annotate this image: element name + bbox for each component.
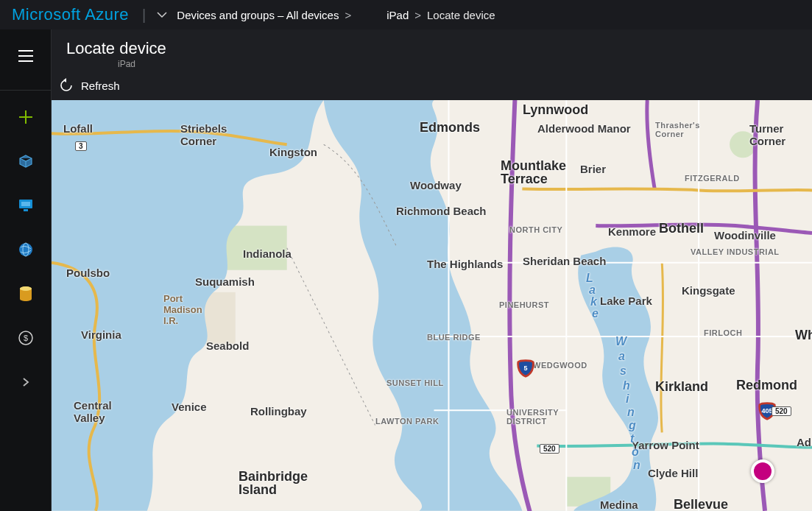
sidebar-separator [0,90,51,91]
map-city-label: Wh [795,328,812,342]
map-city-label: Alderwood Manor [537,122,631,135]
brand-separator: | [142,7,146,24]
monitor-icon[interactable] [14,194,38,217]
map-city-label: The Highlands [427,258,503,270]
map-water-label: s [620,364,626,378]
refresh-button[interactable]: Refresh [81,80,120,92]
map-city-label: Ad [797,436,811,448]
map-city-label: Woodway [410,179,462,191]
map-city-label: Medina [600,498,638,511]
toolbar: Refresh [52,71,812,100]
sidebar: $ [0,29,52,511]
map-city-label: Kenmore [608,225,656,238]
map-neighborhood-label: LAWTON PARK [375,417,439,426]
refresh-icon[interactable] [59,78,74,93]
map-city-label: Rollingbay [250,405,307,417]
map-water-label: h [623,378,630,392]
state-route-badge: 520 [772,406,791,416]
interstate-shield-icon: 5 [517,359,534,377]
map-city-label: Kingston [269,146,317,158]
map-city-label: Mountlake Terrace [501,159,566,186]
brand-logo[interactable]: Microsoft Azure [12,5,129,24]
breadcrumb-sep-2: > [414,9,421,21]
page-title: Locate device [66,40,812,57]
map-city-label: Turner Corner [749,122,785,147]
map-city-label: Thrasher's Corner [655,121,700,138]
state-route-badge: 520 [540,444,559,454]
map-city-label: Bellevue [674,498,728,511]
map-city-label: Clyde Hill [648,467,698,479]
sql-icon[interactable] [14,282,38,306]
page-header: Locate device iPad [52,29,812,71]
breadcrumb-device[interactable]: iPad [386,9,409,21]
map-neighborhood-label: PINEHURST [499,300,549,309]
map-neighborhood-label: VALLEY INDUSTRIAL [691,247,780,256]
map-city-label: Yarrow Point [632,439,699,451]
map-city-label: Edmonds [420,121,480,134]
map-neighborhood-label: UNIVERSITY DISTRICT [506,408,559,426]
map-neighborhood-label: SUNSET HILL [386,378,444,387]
map-water-label: n [627,405,635,419]
map-neighborhood-label: NORTH CITY [509,225,562,234]
content-pane: Locate device iPad Refresh [52,29,812,511]
svg-point-3 [19,243,32,256]
map-city-label: Bainbridge Island [239,470,308,496]
map-water-label: L [586,271,593,285]
map-water-label: a [589,283,596,297]
svg-point-6 [20,286,32,291]
map-city-label: Redmond [736,378,797,392]
map-city-label: Striebels Corner [180,122,227,147]
map-city-label: Lynnwood [523,103,588,116]
map-water-label: i [626,392,629,406]
map-city-label: Richmond Beach [396,205,487,217]
map-water-label: n [633,458,640,472]
chevron-right-icon[interactable] [14,370,38,394]
cube-icon[interactable] [14,149,38,173]
breadcrumb-leaf[interactable]: Locate device [427,9,495,21]
map-water-label: a [618,349,625,363]
map-labels-layer: EdmondsLynnwoodAlderwood ManorBrierMount… [52,100,812,511]
map-neighborhood-label: FITZGERALD [685,174,740,183]
map[interactable]: EdmondsLynnwoodAlderwood ManorBrierMount… [52,100,812,511]
dollar-icon[interactable]: $ [14,326,38,350]
map-water-label: k [590,295,597,309]
map-water-label: W [615,334,626,348]
map-city-label: Bothell [659,222,704,235]
top-bar: Microsoft Azure | Devices and groups – A… [0,0,812,29]
device-location-pin[interactable] [751,459,774,483]
globe-icon[interactable] [14,238,38,261]
plus-icon[interactable] [14,105,38,129]
svg-text:$: $ [23,334,27,342]
breadcrumb-root[interactable]: Devices and groups – All devices [177,9,339,21]
map-water-label: g [629,418,636,432]
page-subtitle: iPad [66,59,812,69]
map-water-label: o [632,445,639,459]
map-city-label: Seabold [206,339,249,352]
map-city-label: Lake Park [600,295,652,307]
map-city-label: Brier [580,163,606,175]
breadcrumb-sep-1: > [345,9,351,21]
state-route-badge: 3 [75,141,87,151]
map-city-label: Virginia [81,328,121,341]
chevron-down-icon[interactable] [156,9,168,21]
svg-rect-1 [21,202,30,206]
map-neighborhood-label: BLUE RIDGE [427,333,481,342]
map-city-label: Indianola [243,247,292,260]
map-city-label: Central Valley [74,399,112,424]
map-city-label: Poulsbo [66,267,110,279]
map-park-label: Port Madison I.R. [163,293,202,326]
map-city-label: Sheridan Beach [523,255,606,267]
map-neighborhood-label: WEDGWOOD [533,361,587,370]
svg-rect-2 [24,209,28,211]
map-city-label: Venice [172,401,207,413]
map-water-label: e [592,306,599,320]
map-city-label: Suquamish [195,275,255,288]
hamburger-icon[interactable] [14,44,38,68]
map-city-label: Woodinville [714,229,776,242]
map-water-label: t [630,431,634,445]
map-neighborhood-label: FIRLOCH [704,328,742,337]
map-city-label: Lofall [63,122,93,135]
map-city-label: Kirkland [655,380,708,393]
map-city-label: Kingsgate [682,284,735,297]
